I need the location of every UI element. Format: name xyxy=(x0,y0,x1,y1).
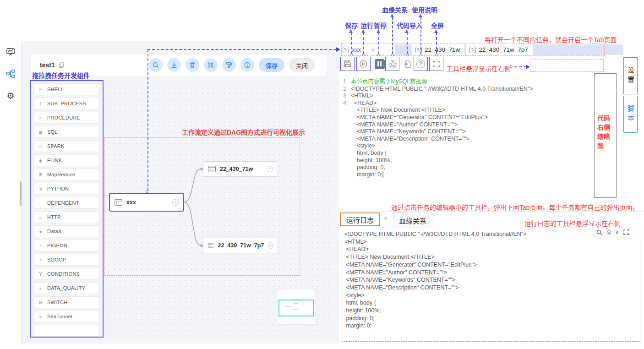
component-item[interactable]: ≣ SQL xyxy=(33,126,100,138)
log-line: <style> xyxy=(344,292,638,300)
line-number xyxy=(339,157,351,164)
code-line: padding: 0; xyxy=(339,164,590,171)
run-log-content[interactable]: <!DOCTYPE HTML PUBLIC "-//W3C//DTD HTML … xyxy=(344,230,638,330)
components-annotation: 拖拉拽任务开发组件 xyxy=(32,71,90,80)
pause-icon xyxy=(375,59,385,69)
component-item[interactable]: ⊠ SWITCH xyxy=(33,296,100,308)
editor-run-button[interactable] xyxy=(356,57,371,71)
component-item[interactable]: § PYTHON xyxy=(33,183,100,195)
canvas-minimap-viewport[interactable] xyxy=(278,300,314,316)
search-button[interactable] xyxy=(149,58,163,72)
component-item[interactable]: Y CONDITIONS xyxy=(33,268,100,280)
editor-code-import-button[interactable] xyxy=(400,57,415,71)
component-item[interactable]: ≡ PROCEDURE xyxy=(33,112,100,124)
log-line: <HEAD> xyxy=(344,245,638,253)
info-button[interactable] xyxy=(240,58,254,72)
component-label: SQOOP xyxy=(47,257,66,262)
dag-node-22_430_71w[interactable]: 22_430_71w + xyxy=(203,161,278,177)
editor-pause-button[interactable] xyxy=(372,57,387,71)
shell-task-icon xyxy=(208,242,213,249)
component-icon: ≡ xyxy=(38,115,44,120)
component-item[interactable]: ⌂ HTTP xyxy=(33,211,100,223)
component-icon: ← xyxy=(38,201,44,206)
component-item[interactable]: ⊥ SUB_PROCESS xyxy=(33,98,100,109)
code-text: <META NAME="Keywords" CONTENT=""> xyxy=(351,128,466,136)
line-number xyxy=(339,107,351,114)
log-toolbar-annotation-text: 运行日志的工具栏悬浮显示在右侧 xyxy=(513,218,621,228)
download-button[interactable] xyxy=(167,58,181,72)
component-item[interactable]: ◈ FLINK xyxy=(33,154,100,166)
log-line: <META NAME="Generator" CONTENT="EditPlus… xyxy=(344,261,638,269)
component-label: PROCEDURE xyxy=(47,115,80,120)
component-label: MapReduce xyxy=(47,172,75,177)
code-line: <META NAME="Generator" CONTENT="EditPlus… xyxy=(339,114,590,121)
side-tab-label: 脚本 xyxy=(626,105,635,124)
run-log-close-icon[interactable]: × xyxy=(384,215,387,222)
workflow-icon[interactable] xyxy=(5,69,16,79)
component-label: FLINK xyxy=(47,158,62,163)
code-text: height: 100%; xyxy=(351,157,392,164)
log-line: padding: 0; xyxy=(344,315,638,322)
component-icon: ≣ xyxy=(38,130,44,135)
app-root: ⚙ test1 xyxy=(0,0,644,349)
line-number xyxy=(339,128,351,136)
component-icon: ● xyxy=(38,229,44,234)
node-plus-button[interactable]: + xyxy=(172,199,179,206)
component-icon: ⌂ xyxy=(38,215,44,220)
dag-node-xxx[interactable]: xxx + xyxy=(109,193,184,212)
editor-lineage-button[interactable] xyxy=(385,57,399,71)
component-item[interactable]: ≈ SeaTunnel xyxy=(33,311,100,322)
component-item[interactable]: ← DEPENDENT xyxy=(33,197,100,209)
code-editor[interactable]: 1 本节点内容属于MySQL数据源 2 <!DOCTYPE HTML PUBLI… xyxy=(339,78,590,178)
component-label: CONDITIONS xyxy=(47,271,80,277)
component-item[interactable]: ◐ DATA_QUALITY xyxy=(33,282,100,294)
tab-close-icon[interactable]: × xyxy=(371,46,375,53)
label-run: 运行 xyxy=(360,21,373,30)
component-item[interactable]: ⊞ MapReduce xyxy=(33,169,100,180)
code-text: <HEAD> xyxy=(351,100,377,107)
gear-icon[interactable]: ⚙ xyxy=(5,91,16,101)
save-workflow-button[interactable]: 保存 xyxy=(259,58,284,72)
component-label: SeaTunnel xyxy=(47,314,72,319)
editor-fullscreen-button[interactable] xyxy=(429,57,443,71)
close-workflow-button[interactable]: 关闭 xyxy=(289,58,315,72)
line-number xyxy=(339,142,351,150)
editor-tab-xxx[interactable]: ↻ xxx × xyxy=(339,44,395,55)
tab-lineage[interactable]: 血缘关系 xyxy=(393,213,432,228)
component-icon: ◔ xyxy=(38,243,44,248)
node-plus-button[interactable]: + xyxy=(267,166,273,172)
copy-icon[interactable] xyxy=(59,62,64,68)
dashboard-icon[interactable] xyxy=(5,47,16,57)
code-text: margin: 0; xyxy=(351,171,384,179)
component-item[interactable]: > SHELL xyxy=(33,83,100,95)
log-line: <META NAME="Author" CONTENT=""> xyxy=(344,269,638,277)
format-layout-button[interactable] xyxy=(222,58,236,72)
component-icon: ≈ xyxy=(38,314,44,319)
canvas-toolbar: 保存 关闭 xyxy=(149,58,315,72)
component-item[interactable]: ◔ PIGEON xyxy=(33,240,100,251)
tab-run-log[interactable]: 运行日志 xyxy=(340,213,380,226)
node-plus-button[interactable]: + xyxy=(268,242,273,249)
code-text: <META NAME="Author" CONTENT=""> xyxy=(351,121,458,129)
bottom-tabs-underline xyxy=(339,228,644,228)
component-item[interactable]: ☆ SPARK xyxy=(33,140,100,152)
component-item[interactable]: ○ SQOOP xyxy=(33,254,100,266)
component-item[interactable]: ● DataX xyxy=(33,225,100,237)
component-icon: Y xyxy=(38,272,44,277)
shrink-button[interactable] xyxy=(204,58,218,72)
component-icon: ⊥ xyxy=(38,101,44,106)
dag-edges xyxy=(184,160,205,252)
editor-save-button[interactable] xyxy=(340,57,355,71)
dag-node-22_430_71w_7p7[interactable]: 22_430_71w_7p7 + xyxy=(203,238,278,253)
shell-task-icon xyxy=(208,166,216,172)
toolbar-annotation-text: 工具栏悬浮显示在右侧 xyxy=(447,64,511,73)
task-tab-icon: ↻ xyxy=(469,47,476,53)
editor-tab-22_430_71w_7p7[interactable]: ↻ 22_430_71w_7p7 xyxy=(466,44,532,55)
delete-button[interactable] xyxy=(186,58,199,72)
editor-help-button[interactable]: ? xyxy=(414,57,428,71)
component-icon: > xyxy=(38,87,44,92)
node-label: xxx xyxy=(126,199,136,206)
side-tab-settings[interactable]: 设置 xyxy=(623,57,638,94)
log-line: html, body { xyxy=(344,299,638,307)
side-tab-script[interactable]: 脚本 xyxy=(623,96,638,133)
